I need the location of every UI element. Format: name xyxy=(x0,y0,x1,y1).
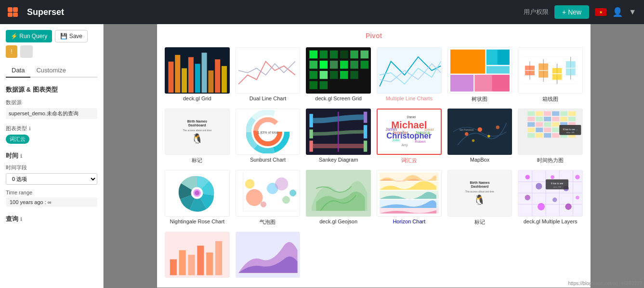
language-flag[interactable]: ★ xyxy=(595,8,606,16)
app-name: Superset xyxy=(27,7,64,17)
navbar: Superset 用户权限 + New ★ 👤 ▼ xyxy=(0,0,644,24)
new-button[interactable]: + New xyxy=(554,5,589,19)
svg-rect-3 xyxy=(13,13,18,17)
app-logo: Superset xyxy=(8,7,64,17)
user-menu[interactable]: 用户权限 xyxy=(524,8,549,16)
navbar-right: 用户权限 + New ★ 👤 ▼ xyxy=(524,5,636,19)
logo-icon xyxy=(8,7,23,17)
navbar-menu-icon[interactable]: ▼ xyxy=(629,8,636,16)
svg-rect-1 xyxy=(13,7,18,12)
svg-rect-0 xyxy=(8,7,13,12)
user-avatar-icon[interactable]: 👤 xyxy=(612,7,623,17)
svg-rect-2 xyxy=(8,13,13,17)
